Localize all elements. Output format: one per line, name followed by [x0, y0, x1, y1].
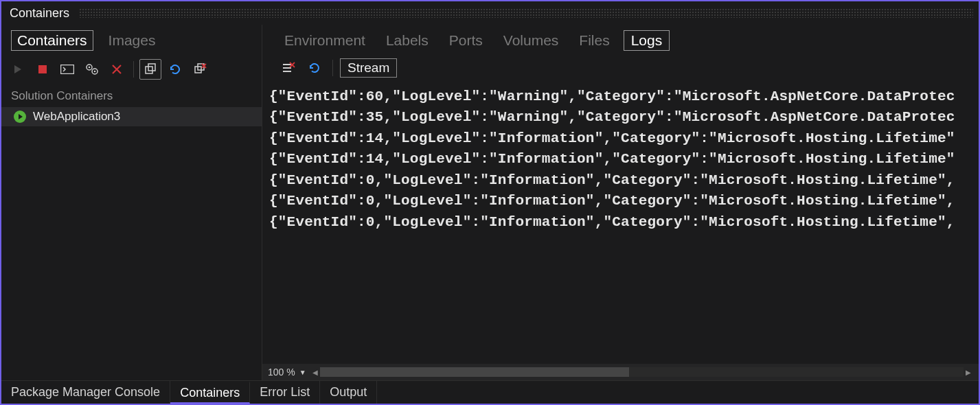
svg-point-3 — [89, 67, 91, 69]
log-line: {"EventId":14,"LogLevel":"Information","… — [269, 128, 979, 149]
panel-title: Containers — [10, 6, 69, 21]
refresh-icon — [168, 62, 182, 76]
container-item[interactable]: WebApplication3 — [1, 107, 262, 126]
bottom-tab-errorlist[interactable]: Error List — [250, 381, 320, 404]
x-icon — [111, 64, 122, 75]
svg-rect-0 — [38, 65, 47, 73]
terminal-icon — [60, 65, 74, 74]
log-line: {"EventId":0,"LogLevel":"Information","C… — [269, 212, 979, 233]
tab-images[interactable]: Images — [103, 31, 161, 50]
tab-logs[interactable]: Logs — [624, 30, 670, 51]
zoom-dropdown-icon[interactable]: ▼ — [299, 369, 306, 376]
refresh-icon — [308, 61, 321, 75]
window-button[interactable] — [139, 59, 161, 80]
tab-ports[interactable]: Ports — [442, 31, 490, 50]
windows-icon — [144, 63, 157, 76]
play-icon — [12, 64, 23, 75]
bottom-tab-containers[interactable]: Containers — [170, 381, 250, 404]
section-label: Solution Containers — [1, 84, 262, 107]
panel-grip[interactable] — [79, 8, 973, 18]
panel-titlebar: Containers — [1, 1, 979, 25]
bottom-tab-output[interactable]: Output — [320, 381, 377, 404]
refresh-button[interactable] — [164, 59, 186, 80]
horizontal-scrollbar[interactable]: ◀ ▶ — [310, 367, 973, 377]
container-item-label: WebApplication3 — [33, 110, 120, 124]
start-button[interactable] — [7, 59, 29, 80]
svg-rect-7 — [148, 64, 155, 71]
clear-list-icon — [282, 62, 295, 74]
scroll-track[interactable] — [320, 367, 964, 377]
settings-button[interactable] — [81, 59, 103, 80]
prune-button[interactable] — [189, 59, 211, 80]
bottom-tool-tabs: Package Manager Console Containers Error… — [1, 380, 979, 404]
svg-rect-6 — [146, 67, 152, 73]
stream-button[interactable]: Stream — [340, 58, 397, 78]
prune-icon — [193, 62, 207, 76]
log-line: {"EventId":0,"LogLevel":"Information","C… — [269, 170, 979, 191]
main-pane: Environment Labels Ports Volumes Files L… — [262, 25, 979, 380]
zoom-row: 100 % ▼ ◀ ▶ — [262, 364, 979, 380]
sidebar-toolbar — [1, 58, 262, 84]
tab-volumes[interactable]: Volumes — [497, 31, 566, 50]
remove-button[interactable] — [106, 59, 128, 80]
panel-body: Containers Images — [1, 25, 979, 380]
detail-tabs: Environment Labels Ports Volumes Files L… — [262, 25, 979, 58]
terminal-button[interactable] — [56, 59, 78, 80]
scroll-left-icon[interactable]: ◀ — [310, 367, 320, 377]
sidebar: Containers Images — [1, 25, 262, 380]
refresh-logs-button[interactable] — [304, 58, 326, 78]
logs-toolbar: Stream — [262, 58, 979, 84]
toolbar-separator — [332, 60, 333, 76]
tab-environment[interactable]: Environment — [277, 31, 372, 50]
logs-output[interactable]: {"EventId":60,"LogLevel":"Warning","Cate… — [262, 84, 979, 364]
bottom-tab-pmc[interactable]: Package Manager Console — [1, 381, 170, 404]
scroll-right-icon[interactable]: ▶ — [964, 367, 973, 377]
svg-point-5 — [94, 71, 96, 73]
sidebar-tabs: Containers Images — [1, 25, 262, 58]
tab-containers[interactable]: Containers — [11, 30, 93, 51]
stop-button[interactable] — [32, 59, 54, 80]
tab-labels[interactable]: Labels — [379, 31, 435, 50]
log-line: {"EventId":0,"LogLevel":"Information","C… — [269, 191, 979, 211]
container-list: WebApplication3 — [1, 107, 262, 380]
gears-icon — [85, 63, 99, 76]
zoom-level[interactable]: 100 % — [268, 367, 295, 378]
stop-icon — [38, 65, 47, 74]
running-icon — [14, 111, 26, 123]
log-line: {"EventId":14,"LogLevel":"Information","… — [269, 149, 979, 170]
log-line: {"EventId":60,"LogLevel":"Warning","Cate… — [269, 86, 979, 107]
containers-tool-window: Containers Containers Images — [0, 0, 980, 405]
toolbar-separator — [133, 61, 134, 78]
log-line: {"EventId":35,"LogLevel":"Warning","Cate… — [269, 107, 979, 128]
scroll-thumb[interactable] — [320, 367, 629, 377]
tab-files[interactable]: Files — [572, 31, 616, 50]
clear-logs-button[interactable] — [277, 58, 299, 78]
svg-rect-1 — [61, 65, 74, 74]
